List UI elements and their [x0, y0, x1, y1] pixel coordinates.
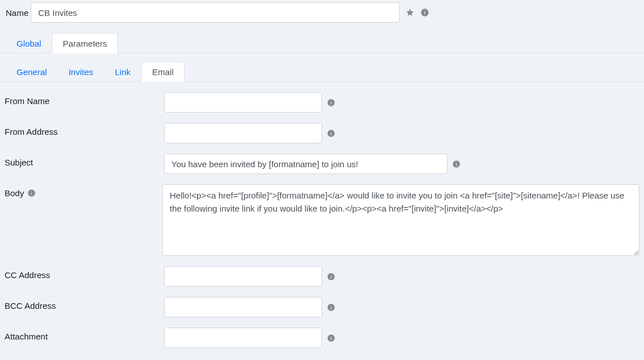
name-input[interactable]: [31, 2, 400, 23]
info-icon[interactable]: [327, 129, 335, 138]
cc-address-input[interactable]: [164, 266, 322, 287]
body-label: Body: [5, 184, 162, 198]
tab-invites[interactable]: Invites: [58, 61, 104, 82]
star-icon[interactable]: [405, 8, 415, 17]
from-address-label: From Address: [5, 123, 164, 136]
attachment-label: Attachment: [5, 328, 164, 341]
body-label-text: Body: [5, 188, 24, 198]
info-icon[interactable]: [327, 272, 335, 281]
info-icon[interactable]: [327, 98, 335, 107]
info-icon[interactable]: [327, 303, 335, 312]
info-icon[interactable]: [327, 334, 335, 342]
subject-label: Subject: [5, 154, 164, 167]
info-icon[interactable]: [420, 8, 429, 17]
name-label: Name: [3, 8, 26, 18]
tab-general[interactable]: General: [6, 61, 58, 82]
tab-parameters[interactable]: Parameters: [52, 33, 118, 53]
attachment-input[interactable]: [164, 328, 322, 348]
from-name-label: From Name: [5, 92, 164, 106]
tab-global[interactable]: Global: [6, 33, 52, 53]
tab-email[interactable]: Email: [141, 61, 184, 82]
body-textarea[interactable]: [162, 184, 639, 256]
from-name-input[interactable]: [164, 92, 322, 113]
subject-input[interactable]: [164, 154, 448, 174]
cc-address-label: CC Address: [5, 266, 164, 280]
bcc-address-label: BCC Address: [5, 297, 164, 311]
info-icon[interactable]: [452, 160, 461, 168]
info-icon[interactable]: [27, 189, 36, 197]
tab-link[interactable]: Link: [104, 61, 142, 82]
from-address-input[interactable]: [164, 123, 322, 143]
bcc-address-input[interactable]: [164, 297, 322, 317]
tabs-outer: Global Parameters: [0, 33, 644, 53]
tabs-inner: General Invites Link Email: [0, 61, 644, 82]
